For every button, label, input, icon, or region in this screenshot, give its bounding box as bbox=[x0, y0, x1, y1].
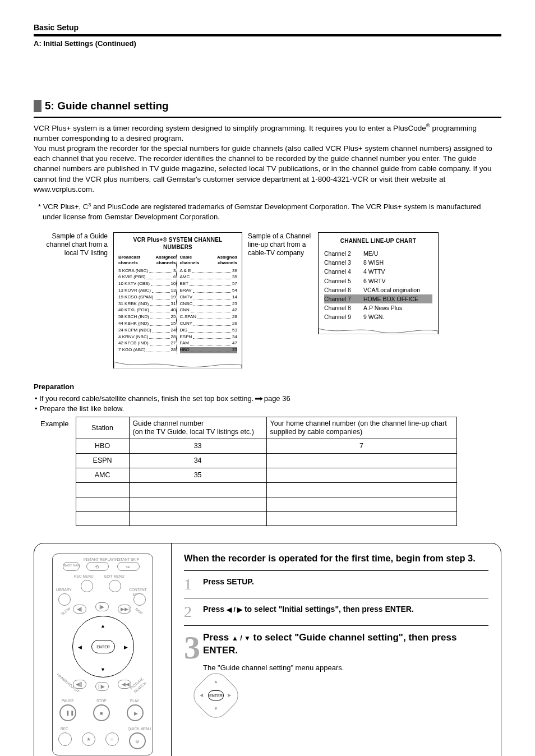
table-cell bbox=[266, 497, 456, 511]
lineup-chart-title: CHANNEL LINE-UP CHART bbox=[324, 237, 432, 245]
section-heading: 5: Guide channel setting bbox=[34, 99, 501, 113]
table-row bbox=[76, 497, 456, 511]
step-2: 2 Press ◀ / ▶ to select "Initial setting… bbox=[184, 604, 488, 620]
step-3: 3 Press ▲ / ▼ to select "Guide channel s… bbox=[184, 631, 488, 672]
table-row: BRAV54 bbox=[180, 288, 238, 294]
table-row: C-SPAN28 bbox=[180, 314, 238, 321]
table-row: ESPN34 bbox=[180, 334, 238, 340]
lbl-quick-menu: QUICK MENU bbox=[128, 727, 151, 732]
up-down-arrows-icon: ▲ / ▼ bbox=[232, 634, 251, 642]
frame-rev-button: ◀|| bbox=[73, 680, 86, 689]
step-1-text: Press SETUP. bbox=[203, 577, 488, 587]
table-header: Station bbox=[76, 417, 129, 439]
continued-heading: A: Initial Settings (Continued) bbox=[34, 39, 501, 49]
quick-menu-button: ⊜ bbox=[129, 732, 146, 749]
table-row: 58 KSCH (IND)25 bbox=[118, 314, 176, 321]
table-row: 7 KGO (ABC)28 bbox=[118, 347, 176, 354]
example-label: Example bbox=[40, 417, 69, 429]
dpad-down-icon: ▼ bbox=[100, 666, 105, 673]
lbl-slow: SLOW bbox=[60, 606, 71, 617]
table-row: BET57 bbox=[180, 281, 238, 288]
table-cell: ESPN bbox=[76, 454, 129, 468]
vcrplus-chart-title: VCR Plus+® SYSTEM CHANNEL NUMBERS bbox=[118, 236, 237, 251]
diag-enter-button: ENTER bbox=[208, 690, 224, 700]
table-header: Your home channel number (on the channel… bbox=[266, 417, 456, 439]
steps-panel: When the recorder is operated for the fi… bbox=[172, 543, 501, 756]
table-row: 19 KCSO (SPAN)19 bbox=[118, 294, 176, 301]
table-row bbox=[76, 482, 456, 497]
star-button: ★ bbox=[82, 732, 95, 746]
prep-bullet-2: • Prepare the list like below. bbox=[35, 404, 501, 414]
table-row: AMC35 bbox=[180, 274, 238, 281]
dpad-left-icon: ◀ bbox=[78, 644, 82, 651]
enter-button: ENTER bbox=[91, 640, 115, 653]
lbl-easy-navi: EASY NAVI bbox=[64, 564, 80, 568]
table-cell bbox=[129, 511, 266, 526]
footnote-a: * VCR Plus+, C bbox=[38, 202, 88, 211]
prep-b1b: page 36 bbox=[262, 394, 290, 403]
reg-mark-icon: ® bbox=[426, 122, 430, 128]
samples-row: Sample of a Guide channel chart from a l… bbox=[46, 232, 501, 369]
table-row: 6 KVIE (PBS)6 bbox=[118, 274, 176, 281]
table-row: HBO337 bbox=[76, 439, 456, 454]
col1-head-l: Broadcast channels bbox=[118, 255, 144, 267]
table-header: Guide channel number (on the TV Guide, l… bbox=[129, 417, 266, 439]
remote-control-diagram: INSTANT REPLAY INSTANT SKIP EASY NAVI ⟲ … bbox=[52, 554, 153, 755]
footnote-b: and PlusCode are registered trademarks o… bbox=[43, 202, 481, 221]
table-cell bbox=[76, 497, 129, 511]
step-1-num: 1 bbox=[184, 577, 197, 592]
search-button: ◀◀ bbox=[118, 680, 131, 689]
step-3-text: Press ▲ / ▼ to select "Guide channel set… bbox=[203, 631, 488, 657]
chart-col-cable: Cable channelsAssigned channels A & E39A… bbox=[176, 255, 238, 354]
table-cell: 34 bbox=[129, 454, 266, 468]
rule-thin bbox=[184, 570, 488, 571]
rule-thin bbox=[184, 598, 488, 598]
table-cell bbox=[266, 468, 456, 482]
dpad-up-icon: ▲ bbox=[100, 623, 105, 629]
table-row: Channel 38 WISH bbox=[324, 258, 432, 267]
table-row: 42 KFCB (IND)27 bbox=[118, 340, 176, 347]
table-row: 40 KTXL (FOX)40 bbox=[118, 307, 176, 314]
lbl-rec-menu: REC MENU bbox=[74, 574, 94, 579]
library-button bbox=[58, 593, 71, 606]
lbl-skip: SKIP bbox=[134, 607, 144, 616]
para1a: VCR Plus+ system is a timer recording sy… bbox=[34, 124, 426, 132]
stop-button: ■ bbox=[93, 704, 110, 721]
table-row: CNBC23 bbox=[180, 301, 238, 307]
s2a: Press bbox=[203, 605, 227, 614]
step-2-text: Press ◀ / ▶ to select "Initial settings"… bbox=[203, 604, 488, 615]
table-row: CNN42 bbox=[180, 307, 238, 314]
table-cell bbox=[129, 482, 266, 497]
vcrplus-chart: VCR Plus+® SYSTEM CHANNEL NUMBERS Broadc… bbox=[113, 232, 242, 369]
skip-fwd-button: ▶▶| bbox=[118, 605, 131, 614]
table-row: Channel 8A.P News Plus bbox=[324, 303, 432, 312]
section-bar-icon bbox=[34, 100, 41, 112]
tear-edge-icon bbox=[319, 328, 438, 334]
table-cell: 7 bbox=[266, 439, 456, 454]
table-cell bbox=[266, 511, 456, 526]
col1-head-r: Assigned channels bbox=[144, 255, 176, 267]
table-row: 10 KXTV (CBS)10 bbox=[118, 281, 176, 288]
skip-button: ↪ bbox=[117, 562, 140, 571]
step-1: 1 Press SETUP. bbox=[184, 577, 488, 592]
remote-panel: INSTANT REPLAY INSTANT SKIP EASY NAVI ⟲ … bbox=[34, 543, 172, 756]
lineup-chart: CHANNEL LINE-UP CHART Channel 2ME/UChann… bbox=[318, 232, 439, 335]
diag-left-icon: ◀ bbox=[200, 693, 203, 699]
sample1-caption: Sample of a Guide channel chart from a l… bbox=[46, 232, 108, 257]
table-row: 4 KRNV (NBC)28 bbox=[118, 334, 176, 340]
table-row: AMC35 bbox=[76, 468, 456, 482]
prep-bullet-1: • If you record cable/satellite channels… bbox=[35, 394, 501, 404]
table-cell: HBO bbox=[76, 439, 129, 454]
table-cell bbox=[129, 497, 266, 511]
table-row: 3 KCRA (NBC)3 bbox=[118, 268, 176, 274]
table-row: ESPN34 bbox=[76, 454, 456, 468]
replay-button: ⟲ bbox=[86, 562, 109, 571]
s3a: Press bbox=[203, 632, 232, 643]
table-cell bbox=[266, 482, 456, 497]
table-row: 13 KOVR (ABC)13 bbox=[118, 288, 176, 294]
s2b: to select "Initial settings", then press… bbox=[242, 605, 414, 614]
slow-fwd-button: |▶ bbox=[95, 602, 109, 611]
lbl-library: LIBRARY bbox=[56, 588, 72, 593]
table-cell: AMC bbox=[76, 468, 129, 482]
tear-edge-icon bbox=[114, 362, 242, 368]
